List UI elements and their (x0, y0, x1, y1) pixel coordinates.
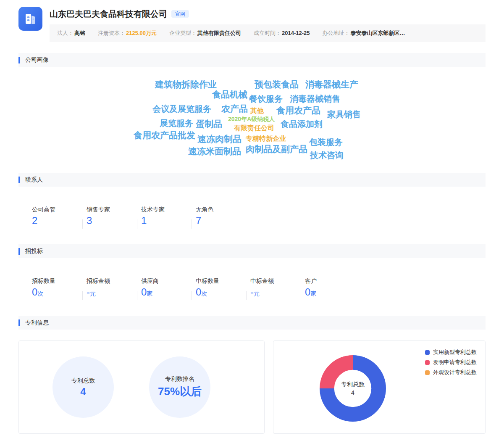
donut-legend: 实用新型专利总数发明申请专利总数外观设计专利总数 (425, 348, 477, 376)
stat-item[interactable]: 销售专家 3 (87, 206, 134, 230)
wordcloud-word: 速冻米面制品 (188, 146, 241, 156)
patent-ranking-value: 75%以后 (158, 384, 202, 399)
stat-item[interactable]: 中标数量 0次 (196, 277, 243, 302)
wordcloud-word: 农产品 (221, 104, 248, 113)
stat-value: -元 (87, 287, 134, 299)
patent-cards: 专利总数 4 专利数排名 75%以后 专利总数 4 实用新型专利总数发明申请专利… (18, 340, 486, 434)
stat-item[interactable]: 技术专家 1 (141, 206, 188, 230)
patent-ranking-circle: 专利数排名 75%以后 (149, 356, 210, 418)
stat-label: 中标数量 (196, 277, 243, 285)
stat-value: -元 (250, 287, 297, 299)
patent-ranking-label: 专利数排名 (165, 375, 194, 383)
stat-value: 0家 (141, 287, 188, 299)
stat-number: 0 (196, 286, 201, 298)
company-name-row: 山东巴夫巴夫食品科技有限公司 官网 (50, 8, 486, 20)
building-icon (24, 12, 38, 26)
section-title: 联系人 (25, 176, 43, 184)
company-info-item: 企业类型：其他有限责任公司 (169, 29, 241, 37)
info-label: 成立时间： (254, 30, 281, 36)
stat-unit: 家 (310, 290, 316, 297)
stat-divider (246, 291, 247, 300)
wordcloud-word: 餐饮服务 (249, 94, 283, 103)
legend-item[interactable]: 实用新型专利总数 (425, 348, 477, 356)
stat-value: 0次 (32, 287, 79, 299)
stat-divider (82, 291, 83, 300)
wordcloud-word: 2020年A级纳税人 (228, 116, 275, 122)
wordcloud-word: 消毒器械生产 (305, 79, 358, 89)
official-site-badge[interactable]: 官网 (171, 10, 189, 18)
stat-number: 2 (32, 215, 37, 226)
section-header-portrait: 公司画像 (18, 53, 486, 67)
legend-label: 发明申请专利总数 (433, 359, 477, 366)
stat-divider (192, 291, 192, 300)
stat-item[interactable]: 中标金额 -元 (250, 277, 297, 302)
stat-label: 客户 (305, 277, 352, 285)
stat-item[interactable]: 招标金额 -元 (87, 277, 134, 302)
wordcloud-word: 肉制品及副产品 (246, 144, 307, 154)
stat-number: 7 (196, 215, 201, 226)
stat-item[interactable]: 客户 0家 (305, 277, 352, 302)
wordcloud-word: 蛋制品 (196, 119, 222, 129)
company-info-item: 成立时间：2014-12-25 (254, 29, 310, 37)
stat-label: 供应商 (141, 277, 188, 285)
stat-item[interactable]: 公司高管 2 (32, 206, 79, 230)
stat-label: 销售专家 (87, 206, 134, 214)
bidding-stats-row: 招标数量 0次招标金额 -元供应商 0家中标数量 0次中标金额 -元客户 0家 (18, 258, 486, 302)
stat-number: - (87, 286, 90, 298)
info-value: 2125.00万元 (126, 30, 157, 36)
stat-label: 无角色 (196, 206, 243, 214)
stat-value: 3 (87, 215, 134, 227)
stat-label: 招标数量 (32, 277, 79, 285)
wordcloud-word: 预包装食品 (255, 79, 299, 89)
section-header-bidding: 招投标 (18, 244, 486, 258)
stat-value: 0次 (196, 287, 243, 299)
legend-marker (425, 350, 430, 355)
wordcloud-word: 有限责任公司 (234, 124, 274, 132)
wordcloud-word: 建筑物拆除作业 (155, 79, 217, 89)
wordcloud-word: 其他 (250, 107, 264, 115)
company-info-item: 办公地址：泰安泰山区东部新区… (323, 29, 405, 37)
wordcloud-word: 速冻肉制品 (197, 134, 242, 144)
donut-center-label: 专利总数 4 (319, 355, 386, 422)
header-right: 山东巴夫巴夫食品科技有限公司 官网 法人：高铭注册资本：2125.00万元企业类… (50, 7, 486, 42)
stat-value: 7 (196, 215, 243, 227)
info-label: 办公地址： (323, 30, 350, 36)
stat-divider (82, 219, 83, 229)
wordcloud-word: 食用农产品 (276, 106, 320, 115)
stat-number: 0 (32, 286, 37, 298)
wordcloud-word: 家具销售 (327, 110, 361, 119)
stat-number: 0 (141, 286, 147, 298)
wordcloud-word: 专精特新企业 (246, 135, 286, 143)
stat-unit: 元 (90, 290, 96, 297)
legend-marker (425, 360, 430, 365)
stat-item[interactable]: 无角色 7 (196, 206, 243, 230)
stat-value: 1 (141, 215, 188, 227)
info-value: 2014-12-25 (282, 30, 310, 36)
wordcloud-word: 消毒器械销售 (290, 94, 340, 103)
stat-number: 3 (87, 215, 92, 226)
info-value: 泰安泰山区东部新区… (351, 30, 405, 36)
info-label: 法人： (57, 30, 74, 36)
stat-label: 公司高管 (32, 206, 79, 214)
stat-value: 0家 (305, 287, 352, 299)
legend-label: 外观设计专利总数 (433, 369, 477, 376)
info-label: 注册资本： (98, 30, 125, 36)
company-info-bar: 法人：高铭注册资本：2125.00万元企业类型：其他有限责任公司成立时间：201… (50, 24, 486, 42)
stat-divider (137, 291, 137, 300)
legend-marker (425, 370, 430, 375)
legend-item[interactable]: 发明申请专利总数 (425, 359, 477, 366)
stat-item[interactable]: 招标数量 0次 (32, 277, 79, 302)
stat-divider (192, 219, 192, 229)
stat-label: 技术专家 (141, 206, 188, 214)
info-label: 企业类型： (169, 30, 197, 36)
stat-number: 1 (141, 215, 147, 226)
company-wordcloud: 建筑物拆除作业预包装食品消毒器械生产食品机械餐饮服务消毒器械销售会议及展览服务农… (18, 67, 486, 173)
legend-item[interactable]: 外观设计专利总数 (425, 369, 477, 376)
info-value: 其他有限责任公司 (197, 30, 241, 36)
section-title: 专利信息 (25, 319, 49, 327)
contacts-stats-row: 公司高管 2销售专家 3技术专家 1无角色 7 (18, 187, 486, 230)
stat-label: 招标金额 (87, 277, 134, 285)
stat-unit: 元 (254, 290, 260, 297)
section-title: 公司画像 (25, 56, 49, 64)
stat-item[interactable]: 供应商 0家 (141, 277, 188, 302)
